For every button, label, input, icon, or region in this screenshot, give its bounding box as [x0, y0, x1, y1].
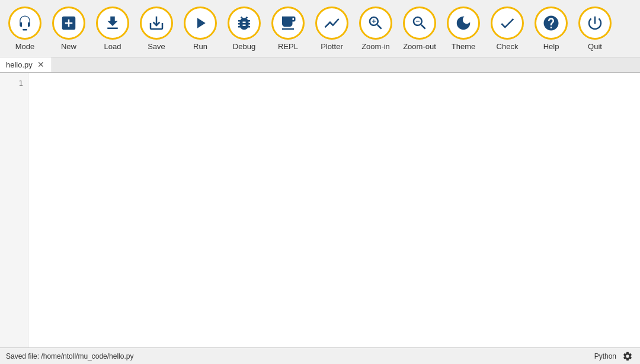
tab-hello-py[interactable]: hello.py✕ [0, 57, 52, 72]
quit-button[interactable]: Quit [574, 2, 616, 54]
debug-circle [228, 7, 261, 40]
repl-icon [279, 14, 297, 32]
tab-label: hello.py [6, 60, 33, 69]
repl-label: REPL [278, 42, 298, 51]
quit-circle [578, 7, 612, 40]
quit-icon [586, 14, 604, 32]
status-bar: Saved file: /home/ntoll/mu_code/hello.py… [0, 347, 640, 364]
save-button[interactable]: Save [135, 2, 178, 54]
zoom-out-icon [411, 14, 428, 32]
line-numbers: 1 [0, 73, 28, 347]
theme-button[interactable]: Theme [442, 2, 485, 54]
editor-area: 1 [0, 73, 640, 347]
zoom-out-label: Zoom-out [403, 42, 436, 51]
theme-icon [455, 14, 472, 32]
load-icon [104, 14, 121, 32]
theme-circle [447, 7, 480, 40]
new-button[interactable]: New [47, 2, 90, 54]
save-icon [148, 14, 165, 32]
tab-bar: hello.py✕ [0, 57, 640, 73]
help-icon [542, 14, 560, 32]
plotter-button[interactable]: Plotter [311, 2, 353, 54]
check-icon [498, 14, 516, 32]
check-button[interactable]: Check [486, 2, 529, 54]
run-icon [191, 14, 209, 32]
quit-label: Quit [588, 42, 602, 51]
zoom-in-circle [359, 7, 392, 40]
check-label: Check [497, 42, 519, 51]
gear-icon [622, 351, 633, 362]
mode-label: Mode [15, 42, 35, 51]
plotter-circle [315, 7, 348, 40]
language-label: Python [594, 352, 616, 360]
line-number-1: 1 [0, 78, 23, 89]
run-button[interactable]: Run [179, 2, 222, 54]
toolbar: ModeNewLoadSaveRunDebugREPLPlotterZoom-i… [0, 0, 640, 57]
run-label: Run [193, 42, 207, 51]
run-circle [184, 7, 217, 40]
help-circle [535, 7, 568, 40]
zoom-in-button[interactable]: Zoom-in [354, 2, 397, 54]
mode-icon [16, 14, 34, 32]
editor-content[interactable] [28, 73, 640, 347]
new-icon [60, 14, 78, 32]
mode-circle [8, 7, 41, 40]
theme-label: Theme [452, 42, 475, 51]
zoom-in-label: Zoom-in [361, 42, 390, 51]
load-circle [96, 7, 129, 40]
save-label: Save [148, 42, 165, 51]
tab-close-button[interactable]: ✕ [36, 60, 46, 69]
load-button[interactable]: Load [91, 2, 134, 54]
zoom-out-button[interactable]: Zoom-out [398, 2, 441, 54]
new-circle [52, 7, 85, 40]
zoom-in-icon [367, 14, 385, 32]
debug-label: Debug [233, 42, 255, 51]
check-circle [491, 7, 524, 40]
load-label: Load [104, 42, 121, 51]
help-button[interactable]: Help [530, 2, 572, 54]
save-circle [140, 7, 173, 40]
plotter-icon [323, 14, 341, 32]
repl-circle [271, 7, 305, 40]
zoom-out-circle [403, 7, 436, 40]
debug-button[interactable]: Debug [223, 2, 265, 54]
help-label: Help [543, 42, 559, 51]
settings-button[interactable] [621, 350, 634, 363]
new-label: New [61, 42, 76, 51]
repl-button[interactable]: REPL [267, 2, 309, 54]
mode-button[interactable]: Mode [4, 2, 46, 54]
plotter-label: Plotter [321, 42, 343, 51]
status-right: Python [594, 350, 634, 363]
debug-icon [235, 14, 253, 32]
status-message: Saved file: /home/ntoll/mu_code/hello.py [6, 352, 133, 360]
